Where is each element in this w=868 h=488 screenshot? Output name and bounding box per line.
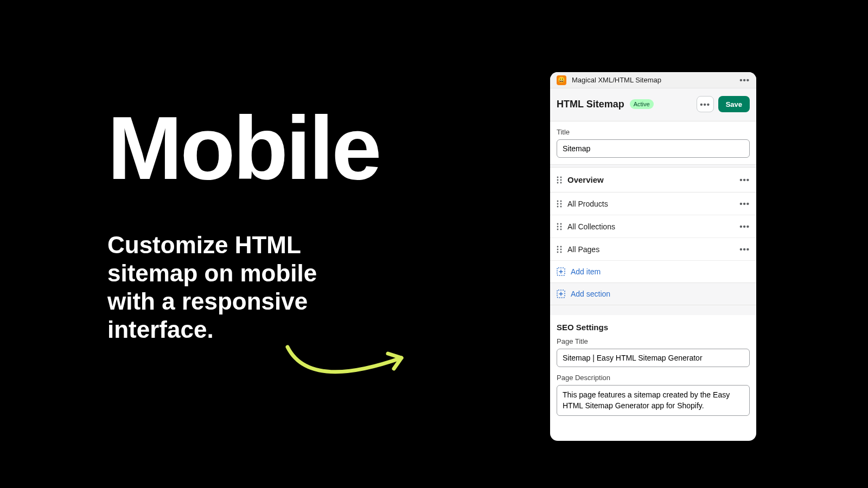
svg-point-15 — [560, 226, 562, 227]
seo-heading: SEO Settings — [550, 315, 756, 333]
overview-label: Overview — [567, 175, 604, 184]
drag-handle-icon[interactable] — [557, 223, 562, 230]
title-input[interactable] — [557, 139, 750, 158]
status-badge: Active — [630, 99, 654, 109]
drag-handle-icon[interactable] — [557, 200, 562, 208]
app-statusbar: 😀 Magical XML/HTML Sitemap ••• — [550, 72, 756, 88]
seo-page-description-label: Page Description — [557, 374, 750, 382]
page-header: HTML Sitemap Active ••• Save — [550, 88, 756, 121]
svg-point-8 — [557, 203, 559, 204]
app-icon: 😀 — [557, 75, 566, 85]
svg-point-21 — [560, 248, 562, 250]
header-actions: ••• Save — [697, 96, 750, 112]
block-item-label: All Pages — [567, 245, 599, 254]
add-section-icon — [557, 290, 565, 298]
block-item[interactable]: All Collections ••• — [550, 215, 756, 237]
page-actions-button[interactable]: ••• — [697, 96, 714, 112]
svg-point-20 — [557, 248, 559, 250]
block-item[interactable]: All Products ••• — [550, 192, 756, 215]
arrow-icon — [277, 336, 423, 390]
add-section-label: Add section — [571, 290, 610, 298]
app-name: Magical XML/HTML Sitemap — [572, 76, 661, 84]
svg-point-14 — [557, 226, 559, 227]
save-button[interactable]: Save — [718, 96, 750, 112]
svg-point-4 — [557, 182, 559, 183]
app-menu-button[interactable]: ••• — [739, 75, 750, 85]
svg-point-9 — [560, 203, 562, 204]
more-icon: ••• — [700, 100, 710, 109]
seo-page-title-input[interactable] — [557, 349, 750, 367]
svg-point-10 — [557, 206, 559, 207]
seo-page-title-label: Page Title — [557, 337, 750, 345]
mobile-preview: 😀 Magical XML/HTML Sitemap ••• HTML Site… — [550, 72, 756, 441]
drag-handle-icon[interactable] — [557, 176, 562, 184]
block-item-actions-button[interactable]: ••• — [739, 245, 750, 254]
seo-section: SEO Settings Page Title Page Description — [550, 315, 756, 425]
svg-point-2 — [557, 179, 559, 181]
svg-point-6 — [557, 200, 559, 202]
block-item-label: All Products — [567, 200, 608, 208]
add-section-button[interactable]: Add section — [550, 282, 756, 305]
section-gap — [550, 305, 756, 315]
svg-point-12 — [557, 223, 559, 224]
block-item-actions-button[interactable]: ••• — [739, 199, 750, 208]
overview-actions-button[interactable]: ••• — [739, 175, 750, 184]
title-label: Title — [557, 128, 750, 136]
svg-point-18 — [557, 246, 559, 247]
svg-point-22 — [557, 251, 559, 253]
block-item-actions-button[interactable]: ••• — [739, 222, 750, 231]
hero-title: Mobile — [107, 103, 380, 193]
svg-point-7 — [560, 200, 562, 202]
block-item-label: All Collections — [567, 222, 615, 231]
svg-point-1 — [560, 176, 562, 178]
block-item[interactable]: All Pages ••• — [550, 237, 756, 260]
title-section: Title — [550, 121, 756, 164]
svg-point-17 — [560, 228, 562, 230]
svg-point-0 — [557, 176, 559, 178]
svg-point-13 — [560, 223, 562, 224]
blocks-section: Overview ••• All Products ••• All Collec… — [550, 168, 756, 305]
svg-point-11 — [560, 206, 562, 207]
svg-point-5 — [560, 182, 562, 183]
hero: Mobile Customize HTML sitemap on mobile … — [107, 103, 380, 344]
overview-row[interactable]: Overview ••• — [550, 168, 756, 192]
drag-handle-icon[interactable] — [557, 246, 562, 253]
add-item-button[interactable]: Add item — [550, 260, 756, 282]
svg-point-23 — [560, 251, 562, 253]
svg-point-19 — [560, 246, 562, 247]
add-item-label: Add item — [571, 267, 601, 276]
add-item-icon — [557, 267, 565, 276]
seo-page-description-input[interactable] — [557, 385, 750, 416]
svg-point-16 — [557, 228, 559, 230]
page-title: HTML Sitemap — [557, 99, 624, 110]
hero-subtitle: Customize HTML sitemap on mobile with a … — [107, 231, 324, 344]
svg-point-3 — [560, 179, 562, 181]
